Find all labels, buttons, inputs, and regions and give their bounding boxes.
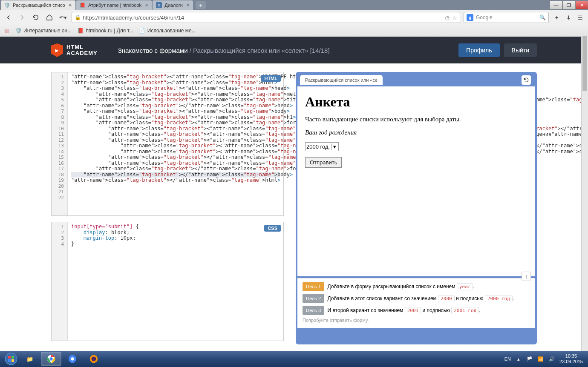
bookmark-favicon: 🛡️ [15,28,21,34]
url-bar[interactable]: 🔒 https://htmlacademy.ru/courses/46/run/… [72,12,460,23]
bookmark-item[interactable]: 📕 htmlbook.ru | Для т... [78,28,133,34]
preview-tabs: Раскрывающийся список или «се [296,72,537,86]
bookmark-favicon: 📕 [78,28,84,34]
svg-rect-3 [8,359,11,362]
star-icon[interactable]: ☆ [452,14,457,21]
tray-flag-icon[interactable]: 🏳️ [526,356,533,362]
preview-tab[interactable]: Раскрывающийся список или «се [300,75,383,85]
scroll-up-button[interactable]: ↑ [522,272,531,281]
tab-title: Раскрывающийся списо [13,3,65,8]
goal-code: 2000 [438,295,455,302]
explorer-task-icon[interactable]: 📁 [20,352,40,366]
bookmark-label: htmlbook.ru | Для т... [86,28,133,34]
logo-shield-icon: ▸ [51,43,63,57]
line-gutter: 12345678910111213141516171819202122 [52,72,68,215]
preview-label: Ваш год рождения [305,129,527,136]
tray-network-icon[interactable]: 📶 [537,356,544,362]
browser-tab[interactable]: B Диалоги × [153,0,193,10]
reload-button[interactable] [31,12,41,23]
firefox-task-icon[interactable] [84,352,104,366]
downloads-icon[interactable]: ⬇ [564,13,573,22]
windows-taskbar: 📁 EN ▴ 🏳️ 📶 🔊 10:35 23.09.2015 [0,351,588,367]
logout-button[interactable]: Выйти [504,43,537,57]
course-name[interactable]: Знакомство с формами [118,47,188,54]
goal-badge: Цель 2 [303,294,324,303]
goal-badge: Цель 1 [303,282,324,291]
preview-paragraph: Часто выпадающие списки используют для в… [305,116,527,123]
goal-item: Цель 3 И второй вариант со значением 200… [303,306,530,315]
year-select[interactable]: 2000 год. ▾ [305,142,339,151]
preview-panel: Раскрывающийся список или «се Анкета Час… [296,72,537,344]
svg-rect-4 [12,359,14,362]
svg-point-0 [5,353,17,365]
preview-body: Анкета Часто выпадающие списки использую… [297,86,535,276]
forward-button[interactable] [17,12,27,23]
bookmark-favicon: 📄 [139,28,145,34]
html-code-area[interactable]: "attr-name">class="tag-bracket"><"attr-n… [52,72,283,185]
svg-point-10 [92,357,96,361]
htmlacademy-logo[interactable]: ▸ HTML ACADEMY [51,43,98,57]
time-text: 10:35 [559,353,583,359]
bookmark-label: Использование ме... [147,28,196,34]
bookmark-label: Интерактивные он... [23,28,72,34]
close-window-button[interactable]: ✕ [575,1,588,9]
start-button[interactable] [3,351,20,367]
extensions-icon[interactable]: ✦ [552,13,561,22]
htmlbook-favicon: 📕 [80,2,86,8]
css-code-area[interactable]: input[type="submit"] { display: block; m… [52,222,283,249]
history-button[interactable]: ↶▾ [58,12,68,23]
html-badge: HTML [261,75,281,82]
tab-title: Атрибут name | htmlbook [88,3,141,8]
language-indicator[interactable]: EN [504,356,511,361]
lesson-name: Раскрывающийся список или «селект» [14/1… [193,47,330,54]
url-text: https://htmlacademy.ru/courses/46/run/14 [83,14,184,21]
htmlacademy-favicon: 🛡️ [4,2,10,8]
close-icon[interactable]: × [186,2,190,9]
browser-tabs-bar: 🛡️ Раскрывающийся списо × 📕 Атрибут name… [0,0,588,10]
minimize-button[interactable]: — [550,1,562,9]
clock[interactable]: 10:35 23.09.2015 [559,353,585,364]
goal-badge: Цель 3 [303,306,324,315]
tab-title: Диалоги [164,3,183,8]
search-icon[interactable]: 🔍 [539,14,546,20]
profile-button[interactable]: Профиль [458,43,499,57]
maximize-button[interactable]: ❐ [562,1,575,9]
close-icon[interactable]: × [145,2,148,9]
back-button[interactable] [3,12,14,23]
browser-nav-bar: ↶▾ 🔒 https://htmlacademy.ru/courses/46/r… [0,10,588,25]
goal-code: 2001 [405,307,421,314]
submit-button[interactable]: Отправить [305,157,342,168]
tray-volume-icon[interactable]: 🔊 [548,356,555,362]
svg-rect-1 [8,356,11,358]
scrollbar-thumb[interactable] [582,36,587,91]
lock-icon: 🔒 [75,14,81,20]
date-text: 23.09.2015 [559,359,583,364]
logo-text-2: ACADEMY [66,50,98,56]
close-icon[interactable]: × [69,2,72,9]
page-header: ▸ HTML ACADEMY Знакомство с формами / Ра… [0,37,588,63]
refresh-button[interactable] [522,75,531,85]
menu-icon[interactable]: ☰ [576,13,585,22]
html-editor[interactable]: HTML 12345678910111213141516171819202122… [51,72,284,216]
bookmark-item[interactable]: 📄 Использование ме... [139,28,196,34]
new-tab-button[interactable]: + [196,1,206,9]
browser-tab[interactable]: 📕 Атрибут name | htmlbook × [76,0,152,10]
line-gutter: 1234 [52,222,68,341]
goal-code: 2000 год [485,295,513,302]
css-editor[interactable]: CSS 1234 input[type="submit"] { display:… [51,222,284,341]
browser-tab-active[interactable]: 🛡️ Раскрывающийся списо × [1,0,75,10]
chrome-canary-task-icon[interactable] [62,352,83,366]
svg-point-8 [71,357,74,360]
home-button[interactable] [44,12,55,23]
bookmark-item[interactable]: 🛡️ Интерактивные он... [15,28,72,34]
chrome-task-icon[interactable] [41,352,61,366]
header-actions: Профиль Выйти [458,43,537,57]
tray-show-hidden-icon[interactable]: ▴ [515,356,522,362]
sync-icon[interactable]: ◔ [445,14,450,21]
goals-panel: ↑ Цель 1 Добавьте в форму раскрывающийся… [297,278,535,328]
bookmarks-bar: ▦ 🛡️ Интерактивные он... 📕 htmlbook.ru |… [0,25,588,37]
search-box[interactable]: g Google 🔍 [464,12,549,23]
goal-code: year [457,283,473,290]
most-visited-icon[interactable]: ▦ [3,28,9,34]
page-scrollbar[interactable] [581,36,588,367]
